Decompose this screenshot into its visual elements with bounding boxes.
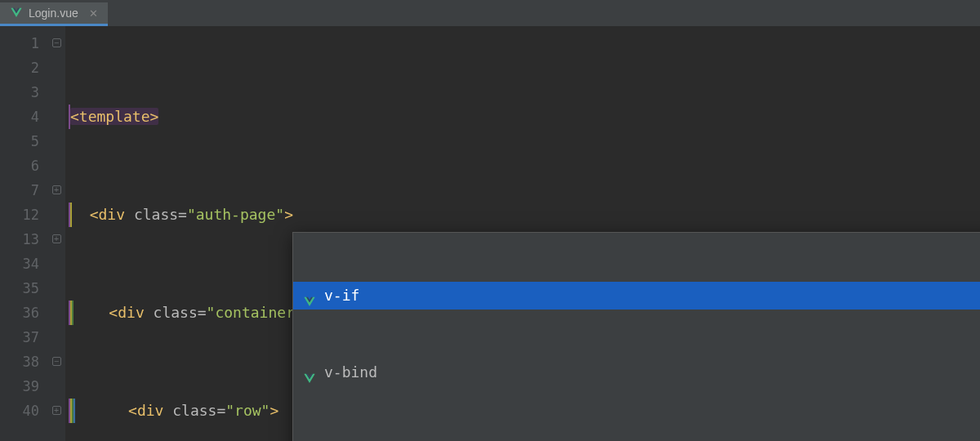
autocomplete-label: v-if xyxy=(324,283,359,308)
line-number: 7 xyxy=(0,178,39,203)
line-number: 5 xyxy=(0,129,39,154)
file-tab[interactable]: Login.vue ✕ xyxy=(0,2,108,26)
fold-plus-icon[interactable]: + xyxy=(52,234,61,243)
line-number: 1 xyxy=(0,31,39,56)
line-number-gutter: 1 2 3 4 5 6 7 12 13 34 35 36 37 38 39 40 xyxy=(0,26,47,441)
line-number: 40 xyxy=(0,399,39,423)
line-number: 13 xyxy=(0,227,39,252)
tab-filename: Login.vue xyxy=(29,7,78,20)
autocomplete-popup[interactable]: v-if v-bind v-bind: v-cloak v-else v-els… xyxy=(292,232,980,441)
code-line: <div class="auth-page"> xyxy=(65,203,980,227)
line-number: 6 xyxy=(0,154,39,178)
line-number: 38 xyxy=(0,350,39,374)
line-number: 12 xyxy=(0,203,39,227)
line-number: 4 xyxy=(0,105,39,129)
autocomplete-label: v-bind xyxy=(324,360,377,385)
vue-icon xyxy=(10,7,23,19)
vue-icon xyxy=(303,290,316,301)
line-number: 34 xyxy=(0,252,39,276)
fold-plus-icon[interactable]: + xyxy=(52,185,61,194)
code-line: <template> xyxy=(65,105,980,129)
autocomplete-item[interactable]: v-if xyxy=(293,282,980,310)
autocomplete-label: v-bind: xyxy=(324,437,386,441)
line-number: 39 xyxy=(0,374,39,399)
line-number: 2 xyxy=(0,56,39,80)
tab-bar: Login.vue ✕ xyxy=(0,0,980,26)
fold-gutter: − + + − + xyxy=(47,26,65,441)
line-number: 35 xyxy=(0,276,39,301)
line-number: 36 xyxy=(0,301,39,325)
line-number: 3 xyxy=(0,80,39,105)
code-area[interactable]: <template> <div class="auth-page"> <div … xyxy=(65,26,980,441)
editor[interactable]: 1 2 3 4 5 6 7 12 13 34 35 36 37 38 39 40… xyxy=(0,26,980,441)
autocomplete-item[interactable]: v-bind: xyxy=(293,435,980,441)
vue-icon xyxy=(303,367,316,378)
autocomplete-item[interactable]: v-bind xyxy=(293,359,980,386)
fold-plus-icon[interactable]: + xyxy=(52,406,61,415)
close-icon[interactable]: ✕ xyxy=(89,7,98,20)
line-number: 37 xyxy=(0,325,39,350)
fold-minus-icon[interactable]: − xyxy=(52,38,61,47)
fold-minus-icon[interactable]: − xyxy=(52,357,61,366)
